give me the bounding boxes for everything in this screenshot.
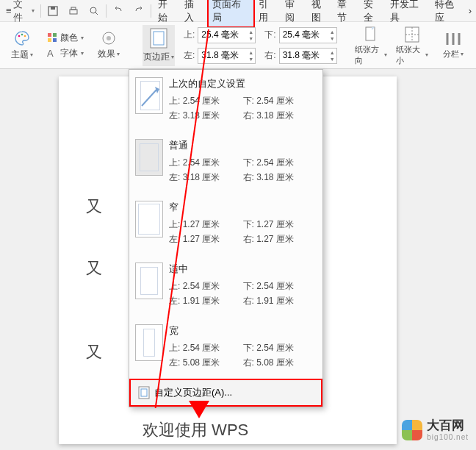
custom-margins-button[interactable]: 自定义页边距(A)... [129,379,322,407]
watermark-url: big100.net [427,433,469,441]
margin-top-input[interactable] [198,30,247,40]
margin-preset-item[interactable]: 上次的自定义设置上: 2.54 厘米下: 2.54 厘米左: 3.18 厘米右:… [129,70,322,132]
margin-right-label: 右: [264,49,275,62]
svg-point-6 [18,35,21,38]
svg-point-15 [107,36,111,40]
orientation-icon [361,25,381,43]
columns-button[interactable]: 分栏▾ [437,25,469,66]
preset-value: 右: 1.91 厘米 [243,293,317,308]
margin-preset-item[interactable]: 窄上: 1.27 厘米下: 1.27 厘米左: 1.27 厘米右: 1.27 厘… [129,193,322,255]
watermark-logo-icon [402,420,422,440]
redo-icon[interactable] [130,2,148,20]
preset-value: 左: 5.08 厘米 [169,355,243,370]
preset-thumb-icon [135,201,163,238]
svg-rect-11 [48,38,51,42]
preset-value: 下: 2.54 厘米 [243,279,317,293]
preview-icon[interactable] [85,2,103,20]
preset-thumb-icon [135,262,163,299]
preset-value: 左: 3.18 厘米 [169,170,243,185]
tab-security[interactable]: 安全 [360,0,386,26]
margin-left-right-group: 下: ▲▼ 右: ▲▼ [264,27,336,64]
preset-value: 右: 5.08 厘米 [243,355,317,370]
margin-left-input[interactable] [198,51,247,61]
separator [151,4,151,18]
margin-preset-item[interactable]: 宽上: 2.54 厘米下: 2.54 厘米左: 5.08 厘米右: 5.08 厘… [129,317,322,379]
colors-button[interactable]: 颜色▾ [47,32,84,44]
svg-rect-1 [51,7,55,10]
effects-button[interactable]: 效果▾ [93,25,125,66]
tab-chapter[interactable]: 章节 [333,0,360,26]
orientation-button[interactable]: 纸张方向▾ [355,25,387,66]
preset-value: 下: 2.54 厘米 [243,93,317,108]
svg-rect-9 [48,33,51,37]
margin-left-spin[interactable]: ▲▼ [198,48,256,64]
menu-button[interactable]: ≡ 文件 ▾ [3,2,37,20]
svg-line-5 [95,12,98,15]
margin-preset-item[interactable]: 普通上: 2.54 厘米下: 2.54 厘米左: 3.18 厘米右: 3.18 … [129,132,322,193]
tab-start[interactable]: 开始 [154,0,181,26]
margin-right-input[interactable] [280,51,328,61]
tab-features[interactable]: 特色应 [431,0,467,26]
svg-rect-2 [70,10,77,14]
ribbon-page-layout: 主题▾ 颜色▾ A字体▾ 效果▾ 页边距▾ 上: ▲▼ 左: ▲▼ 下: ▲▼ … [0,22,476,69]
margin-top-label: 上: [184,29,195,41]
columns-icon [444,31,462,47]
svg-line-25 [142,90,156,106]
fonts-button[interactable]: A字体▾ [47,47,84,60]
tab-view[interactable]: 视图 [308,0,334,26]
margins-dropdown: 上次的自定义设置上: 2.54 厘米下: 2.54 厘米左: 3.18 厘米右:… [129,69,323,407]
svg-rect-26 [139,387,149,399]
tab-review[interactable]: 审阅 [281,0,308,26]
preset-title: 上次的自定义设置 [169,77,317,90]
margins-icon [149,27,168,49]
effects-icon [101,30,117,46]
preset-title: 宽 [169,324,317,338]
page-glyph-1: 又 [86,196,102,218]
preset-value: 上: 1.27 厘米 [169,217,243,232]
preset-value: 下: 2.54 厘米 [243,155,317,170]
palette-icon [13,29,31,47]
preset-value: 下: 2.54 厘米 [243,340,317,355]
preset-value: 上: 2.54 厘米 [169,340,243,355]
svg-rect-18 [366,27,375,40]
separator [106,4,107,18]
paper-size-button[interactable]: 纸张大小▾ [396,25,428,66]
theme-button[interactable]: 主题▾ [6,25,38,66]
margin-bottom-spin[interactable]: ▲▼ [279,27,337,43]
print-icon[interactable] [65,2,82,20]
preset-title: 窄 [169,201,317,214]
file-menu-label: 文件 [13,0,32,24]
preset-value: 右: 3.18 厘米 [243,170,317,185]
svg-point-7 [21,34,24,36]
tab-devtools[interactable]: 开发工具 [386,0,431,26]
svg-rect-3 [71,7,76,10]
svg-rect-10 [53,33,57,37]
preset-value: 右: 3.18 厘米 [243,108,317,123]
tab-insert[interactable]: 插入 [181,0,207,26]
preset-value: 上: 2.54 厘米 [169,279,243,293]
colors-icon [47,32,57,43]
tabs-overflow-icon[interactable]: › [467,5,473,16]
margin-bottom-label: 下: [264,29,275,41]
save-icon[interactable] [44,2,62,20]
margin-top-spin[interactable]: ▲▼ [198,27,256,43]
preset-value: 左: 1.27 厘米 [169,232,243,246]
preset-thumb-icon [135,77,163,114]
svg-point-8 [24,35,26,38]
undo-icon[interactable] [109,2,127,20]
margin-preset-item[interactable]: 适中上: 2.54 厘米下: 2.54 厘米左: 1.91 厘米右: 1.91 … [129,255,322,317]
page-glyph-2: 又 [86,257,102,279]
tab-references[interactable]: 引用 [255,0,281,26]
preset-thumb-icon [135,324,163,361]
tab-page-layout[interactable]: 页面布局 [207,0,255,28]
preset-value: 左: 1.91 厘米 [169,293,243,308]
paper-size-icon [403,25,422,43]
margin-right-spin[interactable]: ▲▼ [279,48,337,64]
preset-title: 适中 [169,262,317,276]
preset-value: 上: 2.54 厘米 [169,93,243,108]
preset-value: 左: 3.18 厘米 [169,108,243,123]
ribbon-tabs: 开始 插入 页面布局 引用 审阅 视图 章节 安全 开发工具 特色应 › [154,0,473,28]
margin-bottom-input[interactable] [280,30,328,40]
margins-button[interactable]: 页边距▾ [143,25,175,66]
preset-value: 下: 1.27 厘米 [243,217,317,232]
